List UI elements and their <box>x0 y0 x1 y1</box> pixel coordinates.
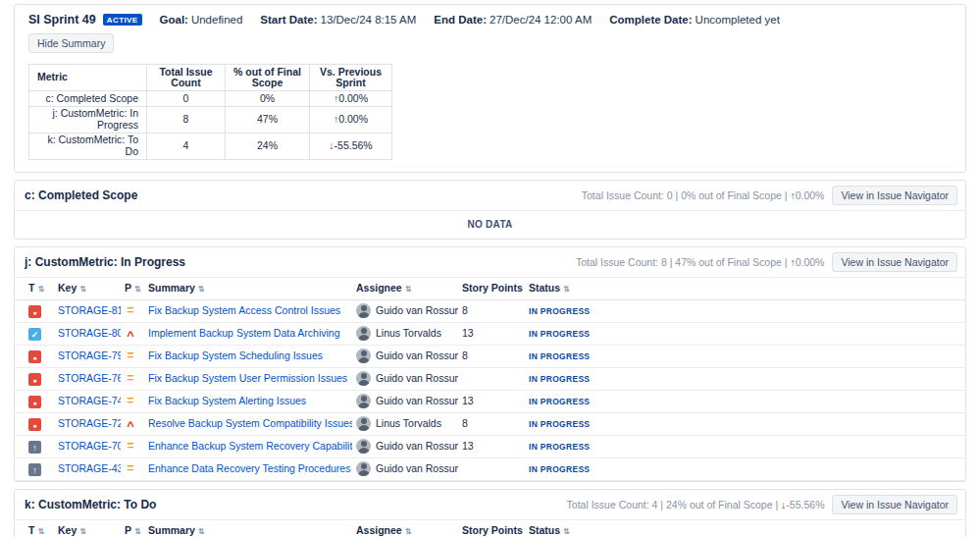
story-points-value: 13 <box>458 435 525 457</box>
metric-count: 4 <box>147 133 226 159</box>
view-in-issue-navigator-button[interactable]: View in Issue Navigator <box>832 495 957 514</box>
story-points-value: 8 <box>458 299 525 322</box>
summary-row: k: CustomMetric: To Do 4 24% ↓-55.56% <box>29 133 392 159</box>
assignee-name: Guido van Rossum <box>376 371 458 386</box>
sort-icon: ⇅ <box>405 527 412 536</box>
assignee-name: Guido van Rossum <box>376 303 458 318</box>
section-header: c: Completed Scope Total Issue Count: 0 … <box>15 181 965 211</box>
section-header: j: CustomMetric: In Progress Total Issue… <box>15 247 965 278</box>
column-header-assignee[interactable]: Assignee⇅ <box>352 278 458 300</box>
column-header-story-points[interactable]: Story Points⇅ <box>458 520 525 537</box>
sort-icon: ⇅ <box>79 527 86 536</box>
metric-count: 8 <box>147 106 226 133</box>
issue-summary-link[interactable]: Fix Backup System Alerting Issues <box>148 395 306 406</box>
issue-type-improvement-icon <box>28 463 41 476</box>
section-meta: Total Issue Count: 4 | 24% out of Final … <box>567 499 825 510</box>
sort-icon: ⇅ <box>37 527 44 536</box>
issue-key-link[interactable]: STORAGE-81 <box>58 304 121 316</box>
assignee-name: Guido van Rossum <box>376 439 458 454</box>
summary-col-count: Total Issue Count <box>147 65 226 91</box>
section-header: k: CustomMetric: To Do Total Issue Count… <box>15 490 965 520</box>
summary-table: Metric Total Issue Count % out of Final … <box>28 64 392 160</box>
issue-summary-link[interactable]: Fix Backup System Access Control Issues <box>148 304 340 316</box>
column-header-story-points[interactable]: Story Points⇅ <box>458 278 525 300</box>
issue-key-link[interactable]: STORAGE-70 <box>58 440 121 452</box>
section-title: j: CustomMetric: In Progress <box>25 255 185 269</box>
sort-icon: ⇅ <box>134 527 141 536</box>
story-points-value <box>458 457 525 480</box>
metric-vs-previous: ↑0.00% <box>310 106 392 133</box>
assignee-avatar <box>356 394 371 408</box>
sort-icon: ⇅ <box>79 285 86 294</box>
issue-type-bug-icon <box>28 373 41 386</box>
issue-table: T⇅ Key⇅ P⇅ Summary⇅ Assignee⇅ Story Poin… <box>15 520 965 537</box>
issue-key-link[interactable]: STORAGE-43 <box>58 462 121 474</box>
assignee-avatar <box>356 439 371 454</box>
sprint-complete-date: Complete Date:Uncompleted yet <box>609 14 780 26</box>
issue-type-bug-icon <box>28 350 41 363</box>
section-to-do: k: CustomMetric: To Do Total Issue Count… <box>14 489 966 537</box>
assignee-name: Linus Torvalds <box>376 326 441 341</box>
assignee-avatar <box>356 371 371 386</box>
column-header-type[interactable]: T⇅ <box>15 520 54 537</box>
issue-header-row: T⇅ Key⇅ P⇅ Summary⇅ Assignee⇅ Story Poin… <box>15 520 965 537</box>
issue-key-link[interactable]: STORAGE-79 <box>58 349 121 361</box>
issue-summary-link[interactable]: Enhance Data Recovery Testing Procedures <box>148 462 350 474</box>
issue-summary-link[interactable]: Resolve Backup System Compatibility Issu… <box>148 417 352 429</box>
issue-summary-link[interactable]: Enhance Backup System Recovery Capabilit… <box>148 440 352 452</box>
sprint-state-badge: ACTIVE <box>103 14 142 26</box>
column-header-summary[interactable]: Summary⇅ <box>144 278 352 300</box>
column-header-status[interactable]: Status⇅ <box>525 278 965 300</box>
story-points-value: 13 <box>458 390 525 412</box>
sort-icon: ⇅ <box>563 285 570 294</box>
column-header-key[interactable]: Key⇅ <box>54 520 121 537</box>
column-header-priority[interactable]: P⇅ <box>121 520 144 537</box>
sprint-report-page: SI Sprint 49 ACTIVE Goal:Undefined Start… <box>0 0 980 537</box>
summary-col-metric: Metric <box>29 65 147 91</box>
issue-summary-link[interactable]: Fix Backup System Scheduling Issues <box>148 349 323 361</box>
metric-pct: 0% <box>226 91 310 107</box>
issue-key-link[interactable]: STORAGE-80 <box>58 327 121 339</box>
section-title: c: Completed Scope <box>25 188 137 202</box>
metric-pct: 47% <box>226 106 310 133</box>
section-in-progress: j: CustomMetric: In Progress Total Issue… <box>14 246 966 482</box>
sprint-header: SI Sprint 49 ACTIVE Goal:Undefined Start… <box>28 13 952 27</box>
priority-icon <box>125 394 136 408</box>
assignee-avatar <box>356 303 371 318</box>
sprint-summary-panel: SI Sprint 49 ACTIVE Goal:Undefined Start… <box>14 4 966 173</box>
priority-icon <box>125 439 136 454</box>
story-points-value: 8 <box>458 345 525 367</box>
view-in-issue-navigator-button[interactable]: View in Issue Navigator <box>832 186 957 205</box>
section-meta: Total Issue Count: 0 | 0% out of Final S… <box>582 189 825 201</box>
column-header-priority[interactable]: P⇅ <box>121 278 144 300</box>
issue-key-link[interactable]: STORAGE-74 <box>58 395 121 406</box>
section-completed-scope: c: Completed Scope Total Issue Count: 0 … <box>14 180 966 240</box>
issue-type-bug-icon <box>28 396 41 408</box>
assignee-avatar <box>356 461 371 476</box>
issue-summary-link[interactable]: Fix Backup System User Permission Issues <box>148 372 347 384</box>
hide-summary-button[interactable]: Hide Summary <box>28 33 114 53</box>
column-header-status[interactable]: Status⇅ <box>525 520 965 537</box>
issue-key-link[interactable]: STORAGE-76 <box>58 372 121 384</box>
story-points-value: 8 <box>458 412 525 435</box>
view-in-issue-navigator-button[interactable]: View in Issue Navigator <box>832 252 957 272</box>
status-badge: IN PROGRESS <box>529 374 590 384</box>
issue-key-link[interactable]: STORAGE-72 <box>58 417 121 429</box>
issue-summary-link[interactable]: Implement Backup System Data Archiving <box>148 327 340 339</box>
issue-row: STORAGE-81 Fix Backup System Access Cont… <box>15 299 965 322</box>
column-header-assignee[interactable]: Assignee⇅ <box>352 520 458 537</box>
column-header-summary[interactable]: Summary⇅ <box>144 520 352 537</box>
issue-row: STORAGE-72 Resolve Backup System Compati… <box>15 412 965 435</box>
priority-icon <box>125 326 136 342</box>
summary-row: c: Completed Scope 0 0% ↑0.00% <box>29 91 392 107</box>
column-header-type[interactable]: T⇅ <box>15 278 54 300</box>
issue-type-improvement-icon <box>28 441 41 454</box>
status-badge: IN PROGRESS <box>529 397 590 406</box>
assignee-name: Guido van Rossum <box>376 461 458 476</box>
assignee-name: Guido van Rossum <box>376 349 458 363</box>
assignee-avatar <box>356 416 371 431</box>
section-title: k: CustomMetric: To Do <box>25 498 156 511</box>
summary-header-row: Metric Total Issue Count % out of Final … <box>29 65 392 91</box>
column-header-key[interactable]: Key⇅ <box>54 278 121 300</box>
story-points-value <box>458 367 525 390</box>
